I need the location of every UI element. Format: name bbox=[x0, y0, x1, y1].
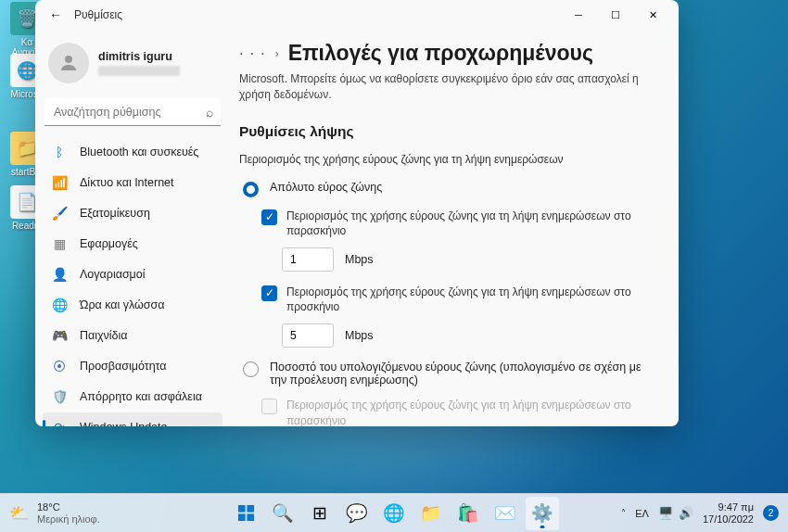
checkbox-input[interactable]: ✓ bbox=[261, 285, 277, 301]
page-title: Επιλογές για προχωρημένους bbox=[288, 41, 593, 66]
taskbar-weather[interactable]: ⛅ 18°CΜερική ηλιοφ. bbox=[9, 501, 100, 524]
svg-rect-2 bbox=[247, 505, 254, 513]
chevron-right-icon: › bbox=[275, 47, 279, 60]
network-icon: 🖥️ bbox=[658, 506, 673, 520]
user-email bbox=[98, 66, 180, 76]
accessibility-icon: ⦿ bbox=[52, 359, 67, 374]
foreground-mbps-input[interactable] bbox=[282, 323, 334, 348]
search-box: ⌕ bbox=[44, 98, 221, 126]
task-view-button[interactable]: ⊞ bbox=[303, 497, 337, 530]
edge-button[interactable]: 🌐 bbox=[377, 497, 411, 530]
volume-icon: 🔊 bbox=[679, 506, 693, 520]
taskbar-clock[interactable]: 9:47 πμ 17/10/2022 bbox=[703, 501, 754, 525]
weather-icon: ⛅ bbox=[9, 503, 30, 524]
radio-input[interactable] bbox=[243, 182, 259, 197]
search-icon: ⌕ bbox=[206, 105, 213, 120]
bluetooth-icon: ᛒ bbox=[52, 145, 67, 159]
nav-accessibility[interactable]: ⦿Προσβασιμότητα bbox=[43, 351, 222, 381]
checkbox-disabled: Περιορισμός της χρήσης εύρους ζώνης για … bbox=[261, 398, 655, 426]
shield-icon: 🛡️ bbox=[52, 389, 67, 404]
mbps-label: Mbps bbox=[345, 253, 374, 266]
svg-rect-1 bbox=[237, 505, 245, 513]
svg-rect-4 bbox=[247, 513, 254, 521]
nav-bluetooth[interactable]: ᛒBluetooth και συσκευές bbox=[43, 137, 222, 167]
nav-apps[interactable]: ▦Εφαρμογές bbox=[43, 229, 222, 259]
user-block[interactable]: dimitris iguru bbox=[43, 35, 222, 95]
sidebar: dimitris iguru ⌕ ᛒBluetooth και συσκευές… bbox=[35, 30, 230, 426]
breadcrumb-ellipsis[interactable]: · · · bbox=[239, 44, 266, 63]
gamepad-icon: 🎮 bbox=[52, 328, 67, 343]
start-button[interactable] bbox=[229, 497, 262, 530]
content-pane: · · · › Επιλογές για προχωρημένους Micro… bbox=[230, 30, 679, 426]
wifi-icon: 📶 bbox=[52, 175, 67, 190]
nav-accounts[interactable]: 👤Λογαριασμοί bbox=[43, 260, 222, 289]
checkbox-background-limit[interactable]: ✓ Περιορισμός της χρήσης εύρους ζώνης γι… bbox=[261, 209, 655, 238]
radio-percentage-bandwidth[interactable]: Ποσοστό του υπολογιζόμενου εύρους ζώνης … bbox=[239, 361, 655, 386]
system-tray[interactable]: 🖥️ 🔊 bbox=[658, 506, 693, 520]
avatar bbox=[48, 43, 89, 83]
taskbar-center: 🔍 ⊞ 💬 🌐 📁 🛍️ ✉️ ⚙️ bbox=[229, 497, 559, 530]
store-button[interactable]: 🛍️ bbox=[451, 497, 485, 530]
section-description: Περιορισμός της χρήσης εύρους ζώνης για … bbox=[239, 153, 655, 166]
radio-input[interactable] bbox=[243, 361, 259, 377]
svg-rect-3 bbox=[237, 513, 245, 521]
explorer-button[interactable]: 📁 bbox=[414, 497, 448, 530]
section-heading: Ρυθμίσεις λήψης bbox=[239, 123, 655, 140]
minimize-button[interactable]: ─ bbox=[560, 1, 597, 29]
tray-chevron-icon[interactable]: ˄ bbox=[621, 508, 626, 518]
close-button[interactable]: ✕ bbox=[634, 1, 671, 29]
language-indicator[interactable]: ΕΛ bbox=[635, 508, 649, 519]
titlebar: ← Ρυθμίσεις ─ ☐ ✕ bbox=[35, 0, 679, 30]
update-icon: ⟳ bbox=[52, 420, 67, 426]
taskbar-right: ˄ ΕΛ 🖥️ 🔊 9:47 πμ 17/10/2022 2 bbox=[621, 501, 779, 525]
checkbox-input[interactable]: ✓ bbox=[261, 209, 277, 225]
brush-icon: 🖌️ bbox=[52, 206, 67, 221]
nav-list: ᛒBluetooth και συσκευές 📶Δίκτυο και Inte… bbox=[43, 137, 222, 426]
window-title: Ρυθμίσεις bbox=[74, 8, 122, 21]
apps-icon: ▦ bbox=[52, 236, 67, 251]
globe-icon: 🌐 bbox=[52, 298, 67, 312]
background-mbps-input[interactable] bbox=[282, 247, 334, 272]
maximize-button[interactable]: ☐ bbox=[597, 1, 634, 29]
settings-taskbar-button[interactable]: ⚙️ bbox=[526, 497, 559, 530]
mbps-label: Mbps bbox=[345, 329, 374, 342]
page-description: Microsoft. Μπορείτε όμως να καθορίσετε σ… bbox=[239, 71, 655, 103]
radio-absolute-bandwidth[interactable]: Απόλυτο εύρος ζώνης bbox=[239, 181, 655, 197]
nav-gaming[interactable]: 🎮Παιχνίδια bbox=[43, 321, 222, 350]
checkbox-input bbox=[261, 399, 277, 414]
nav-privacy[interactable]: 🛡️Απόρρητο και ασφάλεια bbox=[43, 382, 222, 412]
search-button[interactable]: 🔍 bbox=[266, 497, 299, 530]
back-button[interactable]: ← bbox=[43, 2, 69, 28]
nav-personalization[interactable]: 🖌️Εξατομίκευση bbox=[43, 198, 222, 228]
user-name: dimitris iguru bbox=[98, 50, 180, 63]
nav-network[interactable]: 📶Δίκτυο και Internet bbox=[43, 168, 222, 197]
checkbox-foreground-limit[interactable]: ✓ Περιορισμός της χρήσης εύρους ζώνης γι… bbox=[261, 285, 655, 314]
chat-button[interactable]: 💬 bbox=[340, 497, 374, 530]
nav-time-language[interactable]: 🌐Ώρα και γλώσσα bbox=[43, 290, 222, 320]
search-input[interactable] bbox=[44, 98, 221, 126]
breadcrumb: · · · › Επιλογές για προχωρημένους bbox=[239, 41, 655, 66]
taskbar: ⛅ 18°CΜερική ηλιοφ. 🔍 ⊞ 💬 🌐 📁 🛍️ ✉️ ⚙️ ˄… bbox=[0, 493, 788, 532]
person-icon: 👤 bbox=[52, 267, 67, 282]
settings-window: ← Ρυθμίσεις ─ ☐ ✕ dimitris iguru ⌕ ᛒBlue… bbox=[35, 0, 679, 426]
mail-button[interactable]: ✉️ bbox=[489, 497, 522, 530]
svg-point-0 bbox=[65, 56, 72, 63]
notification-badge[interactable]: 2 bbox=[763, 505, 779, 521]
nav-windows-update[interactable]: ⟳Windows Update bbox=[43, 412, 222, 426]
